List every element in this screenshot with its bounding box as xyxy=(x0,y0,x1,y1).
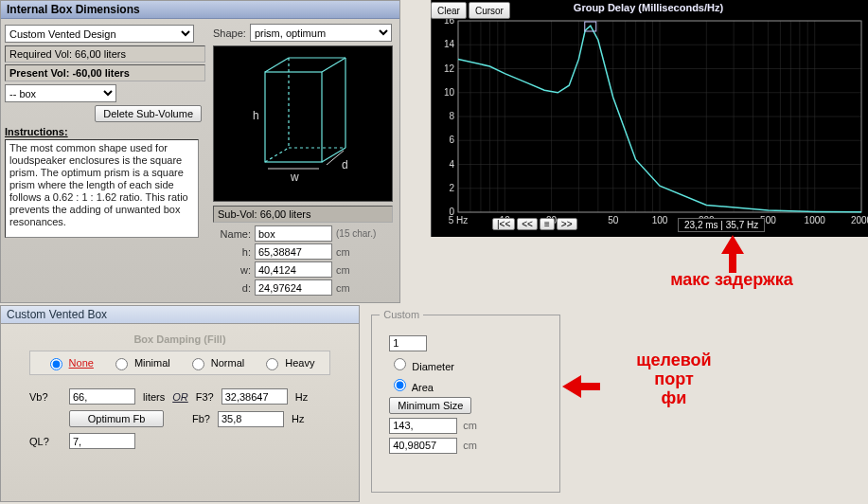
port-value1-unit: cm xyxy=(463,420,477,431)
svg-text:d: d xyxy=(342,158,348,171)
delete-subvolume-button[interactable]: Delete Sub-Volume xyxy=(95,105,202,122)
svg-text:10: 10 xyxy=(444,87,455,98)
svg-line-6 xyxy=(265,148,289,162)
damping-minimal-option[interactable]: Minimal xyxy=(111,355,170,370)
svg-rect-0 xyxy=(265,72,322,162)
name-input[interactable] xyxy=(255,225,332,242)
vb-or-label: OR xyxy=(172,391,188,403)
w-unit: cm xyxy=(336,264,359,276)
subvolume-readout: Sub-Vol: 66,00 liters xyxy=(213,206,393,223)
f3-label: F3? xyxy=(196,391,214,403)
svg-text:5 Hz: 5 Hz xyxy=(449,215,469,225)
chart-nav-prev-button[interactable]: << xyxy=(517,218,538,230)
name-label: Name: xyxy=(213,228,251,240)
shape-preview: h w d xyxy=(213,45,393,202)
damping-minimal-radio[interactable] xyxy=(115,358,128,370)
fb-label: Fb? xyxy=(192,413,210,424)
f3-input[interactable] xyxy=(221,388,288,405)
shape-label: Shape: xyxy=(213,27,246,39)
prism-icon: h w d xyxy=(222,53,383,195)
port-value2-unit: cm xyxy=(463,440,477,451)
h-label: h: xyxy=(213,246,251,258)
svg-text:12: 12 xyxy=(444,63,455,74)
damping-normal-radio[interactable] xyxy=(192,358,204,370)
ql-input[interactable] xyxy=(69,433,135,449)
custom-vented-box-panel: Custom Vented Box Box Damping (Fill) Non… xyxy=(0,305,360,502)
svg-text:50: 50 xyxy=(608,215,619,225)
svg-rect-14 xyxy=(432,0,868,237)
cvb-title: Custom Vented Box xyxy=(1,306,359,324)
diameter-radio[interactable] xyxy=(394,358,406,370)
annotation-arrow-left-icon xyxy=(562,375,581,398)
svg-text:2000: 2000 xyxy=(851,215,868,225)
damping-normal-option[interactable]: Normal xyxy=(187,355,244,370)
d-unit: cm xyxy=(336,282,359,294)
svg-text:2: 2 xyxy=(449,183,454,193)
custom-legend: Custom xyxy=(380,309,423,320)
svg-line-1 xyxy=(265,58,289,72)
vb-input[interactable] xyxy=(69,388,135,405)
d-input[interactable] xyxy=(255,279,332,296)
vb-label: Vb? xyxy=(29,391,62,403)
svg-text:1000: 1000 xyxy=(805,215,826,225)
port-value2-input[interactable] xyxy=(389,438,457,454)
annotation-slot-port: щелевой порт фи xyxy=(603,351,745,407)
damping-heavy-radio[interactable] xyxy=(266,358,278,370)
chart-nav-next-button[interactable]: >> xyxy=(557,218,577,230)
svg-text:100: 100 xyxy=(652,215,668,225)
f3-unit: Hz xyxy=(295,391,308,403)
h-input[interactable] xyxy=(255,243,332,260)
instructions-text: The most common shape used for loudspeak… xyxy=(5,139,199,238)
svg-text:14: 14 xyxy=(444,39,455,49)
chart-cursor-button[interactable]: Cursor xyxy=(469,2,510,19)
svg-text:h: h xyxy=(253,109,259,122)
damping-radio-group: None Minimal Normal Heavy xyxy=(29,351,330,375)
w-input[interactable] xyxy=(255,261,332,278)
damping-heavy-option[interactable]: Heavy xyxy=(261,355,314,370)
svg-text:8: 8 xyxy=(449,111,454,121)
svg-text:4: 4 xyxy=(449,159,454,170)
area-option[interactable]: Area xyxy=(389,376,434,393)
svg-text:6: 6 xyxy=(449,135,454,145)
damping-none-radio[interactable] xyxy=(50,358,62,370)
d-label: d: xyxy=(213,282,251,294)
fb-input[interactable] xyxy=(218,411,284,427)
chart-nav-first-button[interactable]: |<< xyxy=(492,218,515,230)
chart-nav-controls: |<< << ≡ >> xyxy=(492,218,577,230)
design-type-select[interactable]: Custom Vented Design xyxy=(5,25,194,43)
present-volume-readout: Present Vol: -60,00 liters xyxy=(5,64,205,81)
chart-svg: 02468101214165 Hz10205010020050010002000… xyxy=(432,0,868,237)
ibd-title: Internal Box Dimensions xyxy=(1,1,399,19)
h-unit: cm xyxy=(336,246,359,258)
fb-unit: Hz xyxy=(292,413,304,424)
svg-text:w: w xyxy=(290,171,299,184)
ql-label: QL? xyxy=(29,436,62,447)
vb-unit: liters xyxy=(143,391,165,403)
chart-clear-button[interactable]: Clear xyxy=(431,2,467,19)
chart-nav-mode-button[interactable]: ≡ xyxy=(540,218,555,230)
w-label: w: xyxy=(213,264,251,276)
name-note: (15 char.) xyxy=(336,228,376,239)
port-value1-input[interactable] xyxy=(389,418,457,434)
minimum-size-button[interactable]: Minimum Size xyxy=(389,397,471,414)
annotation-arrow-up-icon xyxy=(721,235,744,254)
chart-cursor-readout: 23,2 ms | 35,7 Hz xyxy=(678,218,765,232)
box-subvolume-select[interactable]: -- box xyxy=(5,84,116,102)
damping-none-option[interactable]: None xyxy=(45,355,94,370)
instructions-label: Instructions: xyxy=(5,126,205,137)
internal-box-dimensions-panel: Internal Box Dimensions Custom Vented De… xyxy=(0,0,400,303)
svg-line-2 xyxy=(322,58,345,72)
optimum-fb-button[interactable]: Optimum Fb xyxy=(69,410,164,427)
area-radio[interactable] xyxy=(394,379,406,391)
annotation-max-delay: макс задержка xyxy=(637,270,826,289)
shape-select[interactable]: prism, optimum xyxy=(250,24,392,42)
damping-legend: Box Damping (Fill) xyxy=(1,333,359,345)
custom-port-fieldset: Custom Diameter Area Minimum Size cm cm xyxy=(371,309,560,493)
group-delay-chart: 02468101214165 Hz10205010020050010002000… xyxy=(431,0,868,237)
required-volume-readout: Required Vol: 66,00 liters xyxy=(5,45,205,63)
port-count-input[interactable] xyxy=(389,335,427,351)
diameter-option[interactable]: Diameter xyxy=(389,355,454,372)
